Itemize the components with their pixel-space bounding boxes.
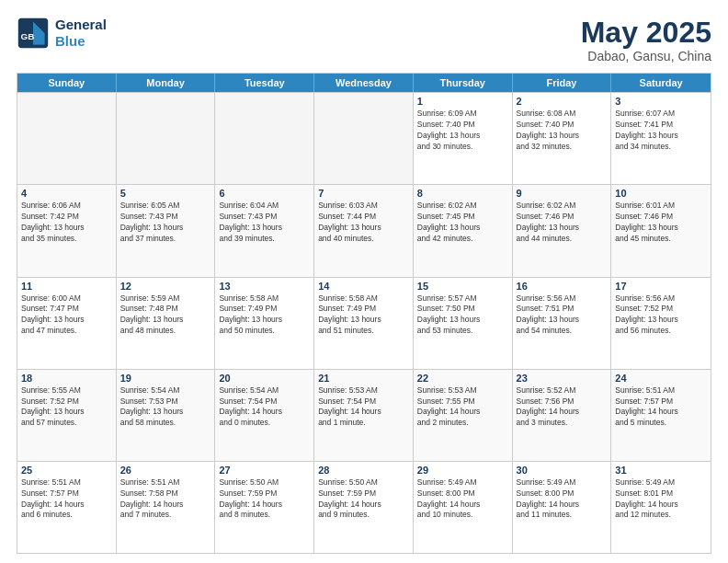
day-info: Sunrise: 5:51 AM Sunset: 7:57 PM Dayligh… [615, 385, 707, 430]
day-info: Sunrise: 6:06 AM Sunset: 7:42 PM Dayligh… [21, 201, 112, 245]
location: Dabao, Gansu, China [581, 49, 711, 63]
day-number: 1 [417, 96, 508, 107]
week-row-1: 1Sunrise: 6:09 AM Sunset: 7:40 PM Daylig… [17, 92, 711, 184]
day-cell: 22Sunrise: 5:53 AM Sunset: 7:55 PM Dayli… [414, 370, 513, 461]
day-cell: 4Sunrise: 6:06 AM Sunset: 7:42 PM Daylig… [17, 185, 117, 276]
day-info: Sunrise: 6:05 AM Sunset: 7:43 PM Dayligh… [120, 201, 211, 245]
day-cell: 24Sunrise: 5:51 AM Sunset: 7:57 PM Dayli… [611, 370, 711, 461]
header-wednesday: Wednesday [314, 74, 414, 92]
week-row-2: 4Sunrise: 6:06 AM Sunset: 7:42 PM Daylig… [17, 184, 711, 276]
day-cell: 12Sunrise: 5:59 AM Sunset: 7:48 PM Dayli… [117, 278, 216, 369]
day-number: 16 [517, 281, 608, 292]
day-cell: 5Sunrise: 6:05 AM Sunset: 7:43 PM Daylig… [117, 185, 216, 276]
day-info: Sunrise: 5:57 AM Sunset: 7:50 PM Dayligh… [417, 293, 508, 338]
day-cell: 23Sunrise: 5:52 AM Sunset: 7:56 PM Dayli… [513, 370, 612, 461]
day-number: 22 [417, 373, 508, 384]
month-title: May 2025 [581, 17, 711, 49]
day-number: 25 [21, 465, 112, 476]
day-info: Sunrise: 6:04 AM Sunset: 7:43 PM Dayligh… [219, 201, 310, 245]
day-number: 30 [517, 465, 608, 476]
day-info: Sunrise: 5:51 AM Sunset: 7:58 PM Dayligh… [120, 477, 211, 522]
day-info: Sunrise: 5:50 AM Sunset: 7:59 PM Dayligh… [219, 477, 310, 522]
day-info: Sunrise: 5:56 AM Sunset: 7:51 PM Dayligh… [517, 293, 608, 338]
day-info: Sunrise: 5:53 AM Sunset: 7:55 PM Dayligh… [417, 385, 508, 430]
week-row-4: 18Sunrise: 5:55 AM Sunset: 7:52 PM Dayli… [17, 369, 711, 461]
day-cell [314, 93, 414, 184]
day-number: 10 [615, 188, 707, 199]
day-number: 2 [517, 96, 608, 107]
header-thursday: Thursday [414, 74, 513, 92]
day-cell: 14Sunrise: 5:58 AM Sunset: 7:49 PM Dayli… [314, 278, 414, 369]
day-number: 21 [318, 373, 409, 384]
day-info: Sunrise: 5:50 AM Sunset: 7:59 PM Dayligh… [318, 477, 409, 522]
day-number: 5 [120, 188, 211, 199]
day-number: 26 [120, 465, 211, 476]
day-cell: 11Sunrise: 6:00 AM Sunset: 7:47 PM Dayli… [17, 278, 117, 369]
header-friday: Friday [513, 74, 612, 92]
day-cell: 29Sunrise: 5:49 AM Sunset: 8:00 PM Dayli… [414, 462, 513, 553]
day-cell: 31Sunrise: 5:49 AM Sunset: 8:01 PM Dayli… [611, 462, 711, 553]
day-number: 28 [318, 465, 409, 476]
title-block: May 2025 Dabao, Gansu, China [581, 17, 711, 63]
day-cell: 21Sunrise: 5:53 AM Sunset: 7:54 PM Dayli… [314, 370, 414, 461]
day-info: Sunrise: 5:56 AM Sunset: 7:52 PM Dayligh… [615, 293, 707, 338]
day-info: Sunrise: 6:01 AM Sunset: 7:46 PM Dayligh… [615, 201, 707, 245]
day-cell: 1Sunrise: 6:09 AM Sunset: 7:40 PM Daylig… [414, 93, 513, 184]
week-row-3: 11Sunrise: 6:00 AM Sunset: 7:47 PM Dayli… [17, 277, 711, 369]
day-cell: 7Sunrise: 6:03 AM Sunset: 7:44 PM Daylig… [314, 185, 414, 276]
day-number: 29 [417, 465, 508, 476]
day-cell: 20Sunrise: 5:54 AM Sunset: 7:54 PM Dayli… [215, 370, 314, 461]
day-info: Sunrise: 5:51 AM Sunset: 7:57 PM Dayligh… [21, 477, 112, 522]
day-cell: 2Sunrise: 6:08 AM Sunset: 7:40 PM Daylig… [513, 93, 612, 184]
day-info: Sunrise: 5:49 AM Sunset: 8:00 PM Dayligh… [517, 477, 608, 522]
day-cell: 17Sunrise: 5:56 AM Sunset: 7:52 PM Dayli… [611, 278, 711, 369]
day-info: Sunrise: 5:58 AM Sunset: 7:49 PM Dayligh… [219, 293, 310, 338]
day-info: Sunrise: 5:55 AM Sunset: 7:52 PM Dayligh… [21, 385, 112, 430]
header-sunday: Sunday [17, 74, 117, 92]
day-cell: 18Sunrise: 5:55 AM Sunset: 7:52 PM Dayli… [17, 370, 117, 461]
header: GB General Blue May 2025 Dabao, Gansu, C… [17, 17, 711, 63]
day-number: 20 [219, 373, 310, 384]
day-cell: 13Sunrise: 5:58 AM Sunset: 7:49 PM Dayli… [215, 278, 314, 369]
day-info: Sunrise: 5:53 AM Sunset: 7:54 PM Dayligh… [318, 385, 409, 430]
day-number: 9 [517, 188, 608, 199]
day-number: 4 [21, 188, 112, 199]
svg-marker-2 [33, 33, 45, 45]
day-info: Sunrise: 5:58 AM Sunset: 7:49 PM Dayligh… [318, 293, 409, 338]
day-cell: 26Sunrise: 5:51 AM Sunset: 7:58 PM Dayli… [117, 462, 216, 553]
day-cell: 28Sunrise: 5:50 AM Sunset: 7:59 PM Dayli… [314, 462, 414, 553]
logo-text: General Blue [55, 17, 107, 50]
day-number: 24 [615, 373, 707, 384]
logo: GB General Blue [17, 17, 107, 50]
calendar: Sunday Monday Tuesday Wednesday Thursday… [17, 73, 711, 554]
day-cell: 8Sunrise: 6:02 AM Sunset: 7:45 PM Daylig… [414, 185, 513, 276]
day-info: Sunrise: 5:54 AM Sunset: 7:53 PM Dayligh… [120, 385, 211, 430]
day-cell: 9Sunrise: 6:02 AM Sunset: 7:46 PM Daylig… [513, 185, 612, 276]
day-cell: 16Sunrise: 5:56 AM Sunset: 7:51 PM Dayli… [513, 278, 612, 369]
day-number: 19 [120, 373, 211, 384]
day-info: Sunrise: 6:07 AM Sunset: 7:41 PM Dayligh… [615, 109, 707, 153]
day-number: 3 [615, 96, 707, 107]
day-cell: 10Sunrise: 6:01 AM Sunset: 7:46 PM Dayli… [611, 185, 711, 276]
logo-icon: GB [17, 17, 50, 50]
day-number: 11 [21, 281, 112, 292]
page: GB General Blue May 2025 Dabao, Gansu, C… [0, 0, 728, 563]
day-headers: Sunday Monday Tuesday Wednesday Thursday… [17, 74, 711, 92]
day-info: Sunrise: 5:59 AM Sunset: 7:48 PM Dayligh… [120, 293, 211, 338]
day-number: 8 [417, 188, 508, 199]
day-cell: 19Sunrise: 5:54 AM Sunset: 7:53 PM Dayli… [117, 370, 216, 461]
day-number: 27 [219, 465, 310, 476]
day-cell [117, 93, 216, 184]
header-tuesday: Tuesday [215, 74, 314, 92]
day-number: 23 [517, 373, 608, 384]
day-info: Sunrise: 5:54 AM Sunset: 7:54 PM Dayligh… [219, 385, 310, 430]
day-cell: 27Sunrise: 5:50 AM Sunset: 7:59 PM Dayli… [215, 462, 314, 553]
calendar-body: 1Sunrise: 6:09 AM Sunset: 7:40 PM Daylig… [17, 92, 711, 553]
day-cell [215, 93, 314, 184]
day-cell: 25Sunrise: 5:51 AM Sunset: 7:57 PM Dayli… [17, 462, 117, 553]
day-cell: 6Sunrise: 6:04 AM Sunset: 7:43 PM Daylig… [215, 185, 314, 276]
day-cell [17, 93, 117, 184]
day-number: 12 [120, 281, 211, 292]
day-info: Sunrise: 6:02 AM Sunset: 7:45 PM Dayligh… [417, 201, 508, 245]
day-cell: 15Sunrise: 5:57 AM Sunset: 7:50 PM Dayli… [414, 278, 513, 369]
